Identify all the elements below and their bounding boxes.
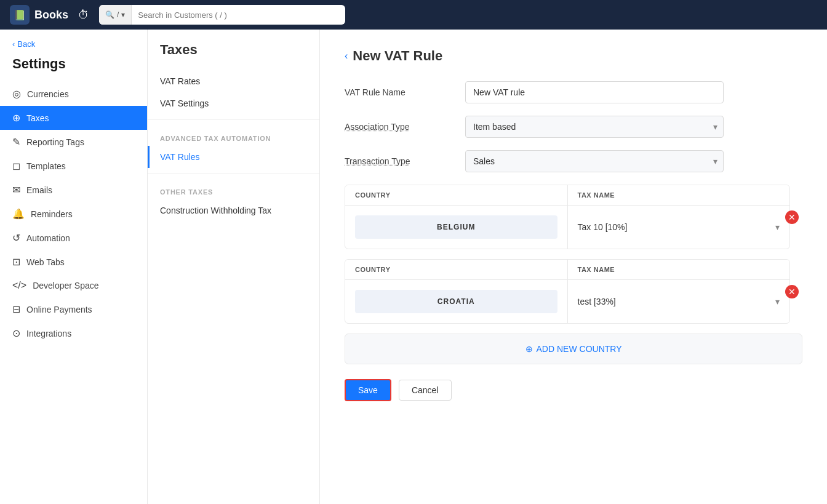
sidebar-item-emails[interactable]: ✉ Emails (0, 178, 147, 202)
remove-croatia-btn[interactable]: ✕ (785, 285, 799, 298)
search-icon: 🔍 (105, 10, 114, 19)
sidebar-title: Settings (0, 56, 147, 82)
cancel-button[interactable]: Cancel (399, 380, 452, 401)
sidebar-item-label: Templates (26, 161, 66, 171)
belgium-table-wrapper: COUNTRY TAX NAME BELGIUM Tax 10 [10%] ▾ … (345, 185, 790, 249)
mid-section-advanced-tax: ADVANCED TAX AUTOMATION (148, 125, 319, 146)
sidebar-item-label: Online Payments (26, 305, 92, 314)
online-payments-icon: ⊟ (12, 303, 20, 315)
mid-panel-title: Taxes (148, 42, 319, 70)
sidebar-item-online-payments[interactable]: ⊟ Online Payments (0, 297, 147, 321)
croatia-row: CROATIA test [33%] ▾ (345, 280, 789, 323)
remove-belgium-btn[interactable]: ✕ (785, 210, 799, 224)
vat-rule-name-label: VAT Rule Name (345, 87, 455, 97)
association-type-row: Association Type Item based Customer bas… (345, 116, 802, 138)
chevron-left-icon: ‹ (12, 39, 15, 49)
croatia-tax-name: test [33%] (578, 297, 616, 306)
chevron-down-icon: ▾ (121, 10, 125, 19)
sidebar: ‹ Back Settings ◎ Currencies ⊕ Taxes ✎ R… (0, 30, 148, 504)
belgium-country-table: COUNTRY TAX NAME BELGIUM Tax 10 [10%] ▾ (345, 185, 790, 249)
sidebar-item-reminders[interactable]: 🔔 Reminders (0, 202, 147, 226)
taxes-icon: ⊕ (12, 112, 20, 124)
brand-icon: 📗 (10, 5, 30, 25)
tax-col-header-2: TAX NAME (567, 260, 790, 279)
sidebar-item-developer-space[interactable]: </> Developer Space (0, 274, 147, 297)
back-link[interactable]: ‹ Back (0, 39, 147, 56)
sidebar-item-currencies[interactable]: ◎ Currencies (0, 82, 147, 106)
templates-icon: ◻ (12, 160, 20, 172)
plus-icon: ⊕ (525, 344, 533, 354)
sidebar-item-templates[interactable]: ◻ Templates (0, 154, 147, 178)
search-input[interactable] (132, 10, 345, 20)
vat-rule-name-input[interactable] (465, 81, 724, 103)
croatia-badge[interactable]: CROATIA (355, 290, 557, 313)
vat-rule-name-row: VAT Rule Name (345, 81, 802, 103)
save-button[interactable]: Save (345, 379, 391, 401)
croatia-tax-chevron-icon[interactable]: ▾ (775, 297, 780, 306)
belgium-country-cell: BELGIUM (345, 206, 567, 249)
transaction-type-select-wrap: Sales Purchases ▾ (465, 150, 724, 172)
page-header-back-btn[interactable]: ‹ (345, 50, 348, 62)
automation-icon: ↺ (12, 232, 20, 244)
sidebar-item-label: Currencies (27, 89, 69, 99)
sidebar-item-web-tabs[interactable]: ⊡ Web Tabs (0, 250, 147, 274)
belgium-badge[interactable]: BELGIUM (355, 215, 557, 239)
reporting-tags-icon: ✎ (12, 136, 20, 148)
transaction-type-label: Transaction Type (345, 156, 455, 166)
sidebar-item-taxes[interactable]: ⊕ Taxes (0, 106, 147, 130)
brand: 📗 Books (10, 5, 68, 25)
add-new-country-btn[interactable]: ⊕ ADD NEW COUNTRY (345, 334, 802, 364)
topnav: 📗 Books ⏱ 🔍 / ▾ (0, 0, 827, 30)
croatia-table-wrapper: COUNTRY TAX NAME CROATIA test [33%] ▾ ✕ (345, 259, 790, 324)
sidebar-item-label: Automation (26, 233, 70, 243)
page-header: ‹ New VAT Rule (345, 48, 802, 64)
web-tabs-icon: ⊡ (12, 256, 20, 268)
croatia-table-header: COUNTRY TAX NAME (345, 260, 789, 280)
main-content: ‹ New VAT Rule VAT Rule Name Association… (320, 30, 827, 504)
sidebar-item-integrations[interactable]: ⊙ Integrations (0, 321, 147, 345)
back-label: Back (17, 39, 35, 49)
history-icon[interactable]: ⏱ (78, 9, 89, 22)
brand-label: Books (34, 9, 68, 22)
reminders-icon: 🔔 (12, 208, 25, 220)
mid-link-vat-settings[interactable]: VAT Settings (148, 92, 319, 114)
integrations-icon: ⊙ (12, 327, 20, 339)
sidebar-item-label: Emails (26, 185, 52, 195)
currencies-icon: ◎ (12, 88, 21, 100)
mid-link-construction-withholding[interactable]: Construction Withholding Tax (148, 199, 319, 222)
search-bar[interactable]: 🔍 / ▾ (99, 5, 345, 25)
croatia-country-table: COUNTRY TAX NAME CROATIA test [33%] ▾ (345, 259, 790, 324)
association-type-select[interactable]: Item based Customer based (465, 116, 724, 138)
developer-space-icon: </> (12, 280, 26, 291)
country-col-header-2: COUNTRY (345, 260, 567, 279)
form-actions: Save Cancel (345, 379, 802, 401)
emails-icon: ✉ (12, 184, 20, 196)
search-scope-btn[interactable]: 🔍 / ▾ (99, 5, 132, 25)
page-title: New VAT Rule (353, 48, 442, 64)
sidebar-item-label: Taxes (26, 113, 49, 123)
country-col-header: COUNTRY (345, 185, 567, 205)
sidebar-item-reporting-tags[interactable]: ✎ Reporting Tags (0, 130, 147, 154)
belgium-tax-chevron-icon[interactable]: ▾ (775, 222, 780, 232)
tax-col-header: TAX NAME (567, 185, 790, 205)
belgium-table-header: COUNTRY TAX NAME (345, 185, 789, 206)
sidebar-item-label: Integrations (26, 329, 71, 338)
sidebar-item-label: Reminders (31, 209, 73, 219)
belgium-tax-cell: Tax 10 [10%] ▾ (567, 206, 790, 249)
sidebar-item-label: Reporting Tags (26, 137, 84, 147)
transaction-type-row: Transaction Type Sales Purchases ▾ (345, 150, 802, 172)
association-type-label: Association Type (345, 122, 455, 132)
transaction-type-select[interactable]: Sales Purchases (465, 150, 724, 172)
mid-link-vat-rules[interactable]: VAT Rules (148, 146, 319, 168)
mid-section-other-taxes: OTHER TAXES (148, 178, 319, 199)
add-country-label: ADD NEW COUNTRY (537, 344, 622, 354)
association-type-select-wrap: Item based Customer based ▾ (465, 116, 724, 138)
sidebar-item-automation[interactable]: ↺ Automation (0, 226, 147, 250)
mid-link-vat-rates[interactable]: VAT Rates (148, 70, 319, 92)
layout: ‹ Back Settings ◎ Currencies ⊕ Taxes ✎ R… (0, 30, 827, 504)
search-scope-label: / (117, 10, 119, 19)
belgium-row: BELGIUM Tax 10 [10%] ▾ (345, 206, 789, 249)
sidebar-item-label: Developer Space (33, 281, 98, 290)
croatia-tax-cell: test [33%] ▾ (567, 280, 790, 323)
croatia-country-cell: CROATIA (345, 280, 567, 323)
